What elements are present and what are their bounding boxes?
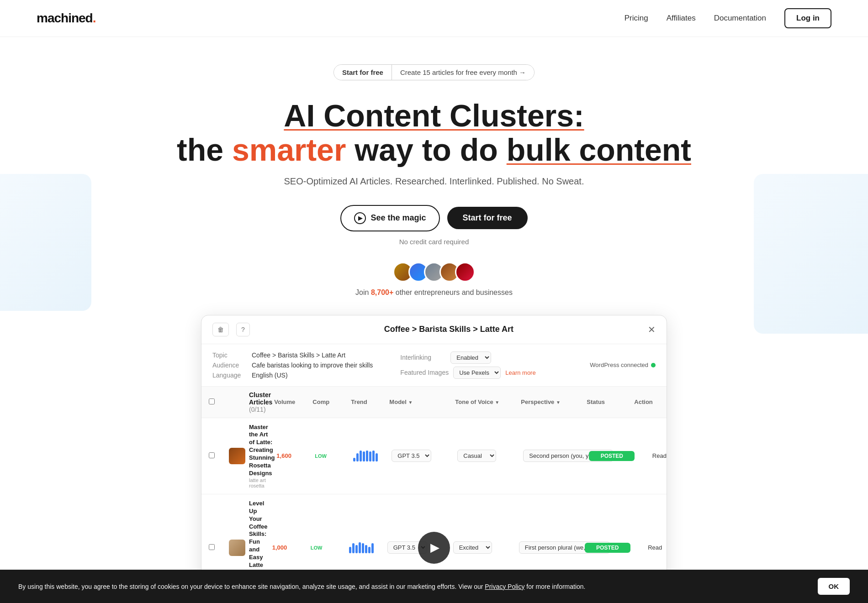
wp-connected-dot [651,363,656,367]
hero-section: Start for free Create 15 articles for fr… [0,37,868,315]
hero-title-part1: the [177,132,232,167]
social-proof-pre: Join [355,288,371,296]
th-perspective: Perspective ▼ [521,399,585,405]
th-volume: Volume [274,399,311,405]
demo-meta-right: Interlinking Enabled Disabled Featured I… [400,351,535,379]
wordpress-status: WordPress connected [590,351,656,379]
help-button[interactable]: ? [236,323,250,336]
th-comp: Comp [312,399,349,405]
th-trend: Trend [351,399,387,405]
topic-label: Topic [212,351,244,359]
badge-cta-label[interactable]: Create 15 articles for free every month … [392,65,534,80]
language-value: English (US) [252,372,288,379]
row-checkbox[interactable] [209,452,227,460]
trend-bar [366,451,368,461]
wp-status-label: WordPress connected [590,362,648,368]
interlinking-select[interactable]: Enabled Disabled [450,351,491,364]
th-status: Status [587,399,632,405]
read-button[interactable]: Read [636,452,667,459]
hero-subtitle: SEO-Optimized AI Articles. Researched. I… [18,176,850,187]
hero-title-line1: AI Content Clusters: [18,99,850,133]
demo-meta-topic: Topic Coffee > Barista Skills > Latte Ar… [212,351,373,359]
select-all-checkbox[interactable] [209,399,215,404]
trash-button[interactable]: 🗑 [212,323,229,336]
table-row: Master the Art of Latte: Creating Stunni… [201,418,667,494]
language-label: Language [212,372,244,379]
hero-title-part2: way to do [346,132,506,167]
demo-meta-language: Language English (US) [212,372,373,379]
table-header: Cluster Articles (0/11) Volume Comp Tren… [201,387,667,418]
badge-start-label: Start for free [334,65,392,80]
row-checkbox[interactable] [209,544,227,551]
demo-wrapper: 🗑 ? Coffee > Barista Skills > Latte Art … [183,315,685,603]
nav-documentation[interactable]: Documentation [714,14,766,23]
avatar-5 [455,262,475,282]
play-icon: ▶ [354,212,366,224]
close-button[interactable]: ✕ [648,324,656,335]
article-perspective[interactable]: First person plural (we, us... [519,541,583,554]
interlinking-label: Interlinking [400,354,446,361]
featured-images-field: Featured Images Use Pexels None Learn mo… [400,367,535,379]
article-perspective[interactable]: Second person (you, your...First person … [523,450,587,462]
interlinking-field: Interlinking Enabled Disabled [400,351,535,364]
th-action: Action [634,399,667,405]
hero-badge[interactable]: Start for free Create 15 articles for fr… [333,64,535,80]
th-model: Model ▼ [389,399,453,405]
trend-bar [363,451,365,461]
article-thumbnail [229,540,245,556]
status-badge: POSTED [589,451,635,461]
demo-window: 🗑 ? Coffee > Barista Skills > Latte Art … [201,315,667,603]
th-tone: Tone of Voice ▼ [455,399,519,405]
privacy-policy-link[interactable]: Privacy Policy [485,583,524,590]
trend-bar [352,543,355,553]
no-credit-card-text: No credit card required [18,238,850,246]
article-volume: 1,600 [276,452,313,459]
start-free-button[interactable]: Start for free [447,207,528,229]
article-thumbnail [229,448,245,464]
model-select[interactable]: GPT 3.5 [387,541,427,554]
avatar-group [18,262,850,282]
cookie-banner: By using this website, you agree to the … [0,570,868,603]
featured-images-select[interactable]: Use Pexels None [453,367,501,379]
social-proof-text: Join 8,700+ other entrepreneurs and busi… [18,288,850,297]
model-select[interactable]: GPT 3.5 [392,450,431,462]
demo-title: Coffee > Barista Skills > Latte Art [384,325,513,334]
nav-affiliates[interactable]: Affiliates [667,14,696,23]
trend-chart [349,542,386,553]
demo-header: 🗑 ? Coffee > Barista Skills > Latte Art … [201,315,667,344]
hero-bg-right [754,174,868,334]
logo: machined. [37,11,95,26]
hero-bg-left [0,174,91,311]
hero-title-orange: smarter [232,132,346,167]
th-articles: Cluster Articles (0/11) [249,391,272,413]
article-tone[interactable]: CasualExcitedFriendly [457,450,521,462]
cookie-ok-button[interactable]: OK [818,578,850,595]
status-badge: POSTED [585,543,630,553]
learn-more-link[interactable]: Learn more [505,369,535,376]
trend-bar [355,545,358,553]
article-title: Master the Art of Latte: Creating Stunni… [249,424,275,477]
trend-bar [349,547,351,553]
hero-title-bulk: bulk content [507,132,691,167]
demo-meta-audience: Audience Cafe baristas looking to improv… [212,362,373,369]
nav-pricing[interactable]: Pricing [625,14,648,23]
trend-bar [371,543,374,553]
article-model[interactable]: GPT 3.5 [387,541,451,554]
hero-buttons: ▶ See the magic Start for free [18,205,850,231]
tone-select[interactable]: ExcitedCasualFriendly [453,541,492,554]
trend-bar [362,543,364,553]
article-volume: 1,000 [272,544,309,551]
cookie-text: By using this website, you agree to the … [18,583,804,590]
article-tone[interactable]: ExcitedCasualFriendly [453,541,517,554]
article-model[interactable]: GPT 3.5 [392,450,455,462]
article-comp: LOW [311,545,347,551]
trend-bar [368,547,370,553]
watch-button[interactable]: ▶ See the magic [340,205,439,231]
tone-select[interactable]: CasualExcitedFriendly [457,450,496,462]
trend-bar [365,545,367,553]
th-checkbox [209,399,227,406]
read-button[interactable]: Read [632,544,667,551]
trend-chart [353,451,390,461]
nav-login-button[interactable]: Log in [784,8,831,28]
nav-links: Pricing Affiliates Documentation Log in [625,8,831,28]
